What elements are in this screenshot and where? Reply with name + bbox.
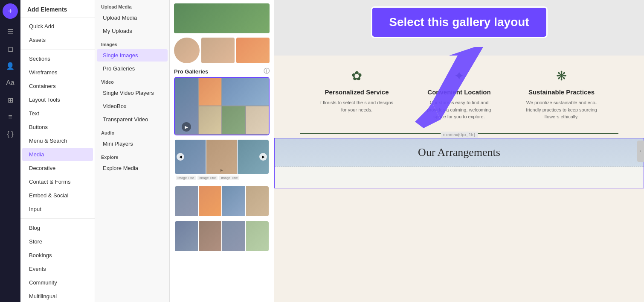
upload-media-header: Upload Media — [95, 0, 169, 11]
feature-sustainable: ❋ Sustainable Practices We prioritize su… — [523, 68, 600, 120]
fonts-icon[interactable]: Aa — [3, 75, 18, 91]
sidebar-item-input[interactable]: Input — [22, 202, 93, 216]
media-item-my-uploads[interactable]: My Uploads — [97, 25, 168, 37]
canvas-area: Select this gallery layout ✿ Personalize… — [274, 0, 644, 302]
feature-desc-1: t florists to select the s and designs f… — [319, 99, 395, 113]
code-icon[interactable]: { } — [3, 126, 18, 142]
feature-desc-3: We prioritize sustainable and eco-friend… — [523, 99, 600, 120]
feature-desc-2: Our store is easy to find and provides a… — [421, 99, 498, 120]
media-item-explore[interactable]: Explore Media — [97, 162, 168, 174]
sidebar-item-containers[interactable]: Containers — [22, 79, 93, 93]
img-person-circle — [174, 38, 200, 63]
sidebar-item-embed-social[interactable]: Embed & Social — [22, 189, 93, 202]
img-green-cube — [201, 38, 235, 63]
add-button[interactable]: + — [3, 3, 18, 19]
audio-header: Audio — [95, 126, 169, 137]
images-header: Images — [95, 38, 169, 49]
media-item-upload[interactable]: Upload Media — [97, 12, 168, 24]
arrangements-header: Our Arrangements — [275, 138, 644, 167]
feature-title-2: Convenient Location — [421, 88, 498, 96]
menu-icon[interactable]: ☰ — [3, 24, 18, 39]
sidebar-item-contact-forms[interactable]: Contact & Forms — [22, 175, 93, 188]
media-item-videobox[interactable]: VideoBox — [97, 100, 168, 112]
sidebar-item-sections[interactable]: Sections — [22, 52, 93, 65]
apps-icon[interactable]: ⊞ — [3, 92, 18, 108]
sidebar-item-community[interactable]: Community — [22, 276, 93, 289]
top-images-row — [174, 38, 270, 63]
empty-content-area — [275, 167, 644, 188]
sidebar-item-multilingual[interactable]: Multilingual — [22, 290, 93, 302]
feature-title-3: Sustainable Practices — [523, 88, 600, 96]
media-item-single-images[interactable]: Single Images — [97, 49, 168, 62]
sidebar-item-text[interactable]: Text — [22, 107, 93, 120]
feature-icon-2: ✦ — [421, 68, 498, 83]
gallery-thumb-grid[interactable] — [174, 185, 270, 217]
sidebar-item-decorative[interactable]: Decorative — [22, 161, 93, 175]
panel-title: Add Elements — [20, 0, 95, 18]
gallery-panel: Pro Galleries ⓘ ▶ ▶ — [170, 0, 274, 302]
arrangements-title: Our Arrangements — [282, 146, 636, 159]
pro-galleries-info-icon[interactable]: ⓘ — [264, 67, 270, 75]
sidebar-item-wireframes[interactable]: Wireframes — [22, 66, 93, 79]
top-img-green — [174, 3, 270, 33]
icon-bar: + ☰ ◻ 👤 Aa ⊞ ≡ { } — [0, 0, 20, 302]
sidebar-item-media[interactable]: Media — [22, 148, 93, 161]
sidebar-item-menu-search[interactable]: Menu & Search — [22, 134, 93, 147]
explore-header: Explore — [95, 150, 169, 161]
feature-icon-3: ❋ — [523, 68, 600, 83]
right-panel-handle[interactable]: ‹ — [637, 141, 644, 162]
layers-icon[interactable]: ≡ — [3, 109, 18, 125]
minmax-label: minmax(0px, 1fr) — [441, 132, 478, 138]
media-item-transparent-video[interactable]: Transparent Video — [97, 113, 168, 126]
add-elements-panel: Add Elements Quick Add Assets Sections W… — [20, 0, 95, 302]
sidebar-item-events[interactable]: Events — [22, 262, 93, 276]
sidebar-item-buttons[interactable]: Buttons — [22, 120, 93, 134]
sidebar-item-quick-add[interactable]: Quick Add — [22, 20, 93, 33]
sidebar-item-blog[interactable]: Blog — [22, 221, 93, 235]
pro-galleries-label: Pro Galleries — [174, 68, 208, 75]
video-header: Video — [95, 75, 169, 86]
feature-icon-1: ✿ — [319, 68, 395, 83]
sidebar-item-store[interactable]: Store — [22, 235, 93, 248]
instruction-banner: Select this gallery layout — [371, 6, 547, 38]
sidebar-item-bookings[interactable]: Bookings — [22, 249, 93, 262]
media-panel: Upload Media Upload Media My Uploads Ima… — [95, 0, 170, 302]
gallery-thumb-masonry[interactable] — [174, 220, 270, 252]
gallery-thumb-carousel[interactable]: ▶ ◀ ▶ Image Title Image Title Image Titl… — [174, 139, 270, 182]
media-item-single-video[interactable]: Single Video Players — [97, 87, 168, 99]
feature-personalized: ✿ Personalized Service t florists to sel… — [319, 68, 395, 120]
pages-icon[interactable]: ◻ — [3, 41, 18, 56]
sidebar-item-layout-tools[interactable]: Layout Tools — [22, 93, 93, 106]
feature-title-1: Personalized Service — [319, 88, 395, 96]
instruction-text: Select this gallery layout — [389, 15, 529, 29]
features-section: ✿ Personalized Service t florists to sel… — [274, 56, 644, 133]
gallery-thumb-mosaic-selected[interactable]: ▶ ▶ — [174, 77, 270, 135]
members-icon[interactable]: 👤 — [3, 58, 18, 73]
sidebar-item-assets[interactable]: Assets — [22, 33, 93, 47]
media-item-pro-galleries[interactable]: Pro Galleries — [97, 62, 168, 75]
pro-galleries-section: Pro Galleries ⓘ — [174, 67, 270, 75]
top-image-strip — [174, 3, 270, 33]
img-phone — [236, 38, 270, 63]
canvas-page-content: ✿ Personalized Service t florists to sel… — [274, 56, 644, 302]
feature-convenient: ✦ Convenient Location Our store is easy … — [421, 68, 498, 120]
media-item-mini-players[interactable]: Mini Players — [97, 138, 168, 150]
